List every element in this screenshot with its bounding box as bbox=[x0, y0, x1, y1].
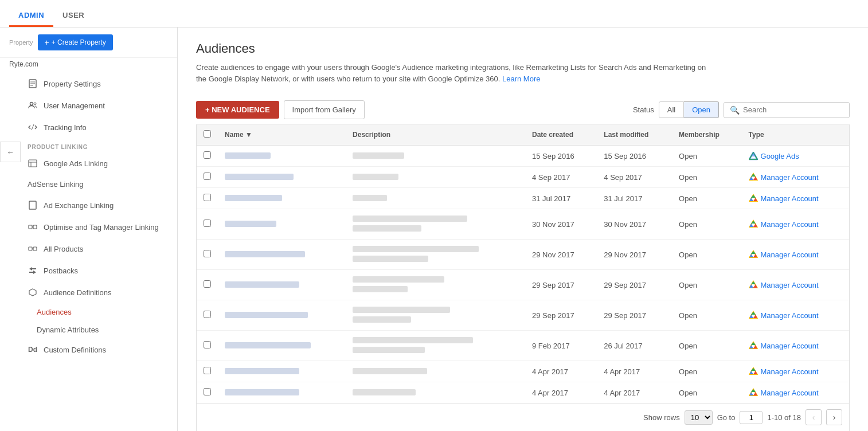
create-property-button[interactable]: + Create Property bbox=[38, 34, 113, 50]
link-icon-2 bbox=[28, 244, 38, 254]
type-badge-8[interactable]: Manager Account bbox=[749, 367, 842, 376]
row-checkbox-9[interactable] bbox=[204, 388, 211, 395]
row-membership-cell: Open bbox=[672, 270, 741, 300]
sidebar-sub-item-audiences[interactable]: Audiences bbox=[0, 303, 177, 321]
type-badge-4[interactable]: Manager Account bbox=[749, 250, 842, 259]
col-header-date-created: Date created bbox=[525, 124, 597, 146]
type-badge-1[interactable]: Manager Account bbox=[749, 173, 842, 182]
status-all-button[interactable]: All bbox=[659, 101, 684, 118]
sidebar-sub-item-dynamic-attributes[interactable]: Dynamic Attributes bbox=[0, 321, 177, 339]
sidebar-item-audience-definitions[interactable]: Audience Definitions bbox=[0, 281, 177, 303]
col-header-description: Description bbox=[346, 124, 525, 146]
google-ads-linking-label: Google Ads Linking bbox=[44, 159, 108, 168]
sidebar-item-adsense-linking[interactable]: AdSense Linking bbox=[0, 174, 177, 194]
page-description: Create audiences to engage with your use… bbox=[196, 62, 712, 84]
code-icon bbox=[28, 122, 38, 132]
row-checkbox-4[interactable] bbox=[204, 250, 211, 257]
row-last-modified-cell: 31 Jul 2017 bbox=[597, 188, 672, 209]
audience-name-link-9[interactable] bbox=[225, 389, 299, 397]
row-membership-cell: Open bbox=[672, 331, 741, 361]
sidebar-item-user-management[interactable]: User Management bbox=[0, 95, 177, 116]
prev-page-button[interactable]: ‹ bbox=[806, 409, 822, 425]
svg-marker-41 bbox=[751, 251, 756, 254]
sidebar-item-postbacks[interactable]: Postbacks bbox=[0, 260, 177, 281]
google-icon-2 bbox=[749, 194, 758, 203]
type-badge-6[interactable]: Manager Account bbox=[749, 311, 842, 320]
tab-admin[interactable]: ADMIN bbox=[9, 3, 53, 27]
rows-per-page-select[interactable]: 10 25 50 bbox=[685, 410, 713, 425]
search-input[interactable] bbox=[743, 105, 835, 114]
row-membership-cell: Open bbox=[672, 240, 741, 270]
audience-name-link-5[interactable] bbox=[225, 281, 299, 289]
row-checkbox-1[interactable] bbox=[204, 173, 211, 180]
select-all-checkbox[interactable] bbox=[204, 130, 211, 138]
row-last-modified-cell: 26 Jul 2017 bbox=[597, 331, 672, 361]
col-header-name[interactable]: Name ▼ bbox=[218, 124, 346, 146]
type-badge-2[interactable]: Manager Account bbox=[749, 194, 842, 203]
type-label-8: Manager Account bbox=[761, 367, 819, 376]
learn-more-link[interactable]: Learn More bbox=[502, 75, 540, 83]
new-audience-button[interactable]: + NEW AUDIENCE bbox=[196, 101, 279, 119]
back-button[interactable]: ← bbox=[0, 142, 21, 162]
svg-marker-23 bbox=[751, 174, 756, 177]
row-desc-cell bbox=[346, 240, 525, 270]
status-open-button[interactable]: Open bbox=[684, 101, 719, 118]
row-checkbox-5[interactable] bbox=[204, 280, 211, 288]
import-from-gallery-button[interactable]: Import from Gallery bbox=[284, 100, 365, 119]
row-desc-cell bbox=[346, 300, 525, 331]
row-checkbox-cell bbox=[197, 188, 218, 209]
page-number-input[interactable] bbox=[740, 411, 763, 424]
optimise-tag-manager-label: Optimise and Tag Manager Linking bbox=[44, 223, 159, 232]
row-date-created-cell: 29 Sep 2017 bbox=[525, 300, 597, 331]
audience-name-link-3[interactable] bbox=[225, 220, 276, 229]
pagination-range: 1-10 of 18 bbox=[767, 413, 801, 422]
main-layout: Property + Create Property Ryte.com ← Pr… bbox=[0, 28, 868, 431]
row-checkbox-6[interactable] bbox=[204, 311, 211, 318]
type-label-0: Google Ads bbox=[761, 152, 799, 160]
show-rows-label: Show rows bbox=[643, 413, 680, 422]
type-badge-7[interactable]: Manager Account bbox=[749, 341, 842, 350]
row-checkbox-7[interactable] bbox=[204, 341, 211, 348]
sidebar-item-ad-exchange-linking[interactable]: Ad Exchange Linking bbox=[0, 194, 177, 216]
audience-name-link-0[interactable] bbox=[225, 152, 271, 160]
row-name-cell bbox=[218, 382, 346, 403]
audience-name-link-2[interactable] bbox=[225, 194, 282, 203]
tab-user[interactable]: USER bbox=[53, 3, 93, 27]
svg-rect-10 bbox=[29, 201, 36, 209]
row-date-created-cell: 4 Apr 2017 bbox=[525, 361, 597, 382]
svg-point-5 bbox=[34, 103, 36, 105]
tracking-info-label: Tracking Info bbox=[44, 123, 87, 132]
row-membership-cell: Open bbox=[672, 382, 741, 403]
next-page-button[interactable]: › bbox=[826, 409, 842, 425]
audience-name-link-8[interactable] bbox=[225, 367, 299, 376]
table-row: 4 Sep 2017 4 Sep 2017 Open Manager Accou… bbox=[197, 167, 849, 188]
type-badge-3[interactable]: Manager Account bbox=[749, 220, 842, 229]
audience-name-link-6[interactable] bbox=[225, 311, 308, 320]
table-icon bbox=[28, 158, 38, 169]
audience-name-link-4[interactable] bbox=[225, 250, 305, 259]
sidebar-item-custom-definitions[interactable]: Dd Custom Definitions bbox=[0, 339, 177, 361]
col-header-membership: Membership bbox=[672, 124, 741, 146]
audience-name-link-1[interactable] bbox=[225, 173, 294, 182]
row-checkbox-2[interactable] bbox=[204, 194, 211, 201]
type-badge-9[interactable]: Manager Account bbox=[749, 388, 842, 397]
sidebar-item-google-ads-linking[interactable]: Google Ads Linking bbox=[0, 152, 177, 174]
row-checkbox-8[interactable] bbox=[204, 367, 211, 374]
table-row: 4 Apr 2017 4 Apr 2017 Open Manager Accou… bbox=[197, 361, 849, 382]
type-label-5: Manager Account bbox=[761, 281, 819, 289]
row-name-cell bbox=[218, 167, 346, 188]
row-checkbox-0[interactable] bbox=[204, 151, 211, 159]
sidebar-item-tracking-info[interactable]: Tracking Info bbox=[0, 116, 177, 138]
all-products-label: All Products bbox=[44, 245, 83, 253]
sidebar-item-all-products[interactable]: All Products bbox=[0, 238, 177, 260]
page-icon bbox=[28, 79, 38, 89]
google-icon-9 bbox=[749, 388, 758, 397]
product-linking-label: PRODUCT LINKING bbox=[0, 138, 177, 152]
row-checkbox-3[interactable] bbox=[204, 220, 211, 227]
type-badge-5[interactable]: Manager Account bbox=[749, 280, 842, 289]
audience-name-link-7[interactable] bbox=[225, 342, 311, 350]
type-badge-0[interactable]: Google Ads bbox=[749, 151, 842, 160]
sidebar-item-optimise-tag-manager[interactable]: Optimise and Tag Manager Linking bbox=[0, 216, 177, 238]
sidebar-item-property-settings[interactable]: Property Settings bbox=[0, 73, 177, 95]
svg-line-6 bbox=[32, 124, 34, 130]
